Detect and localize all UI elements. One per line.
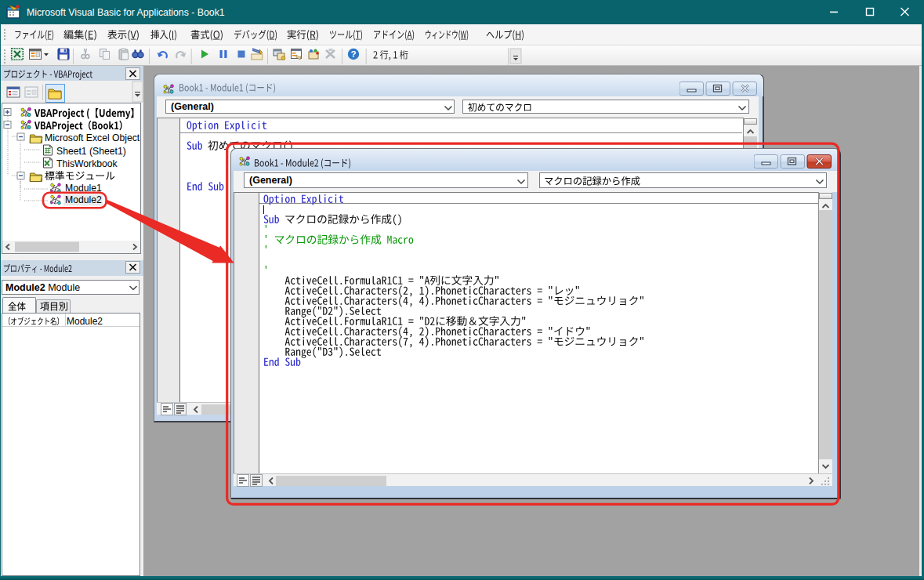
svg-text:?: ?: [350, 49, 356, 59]
